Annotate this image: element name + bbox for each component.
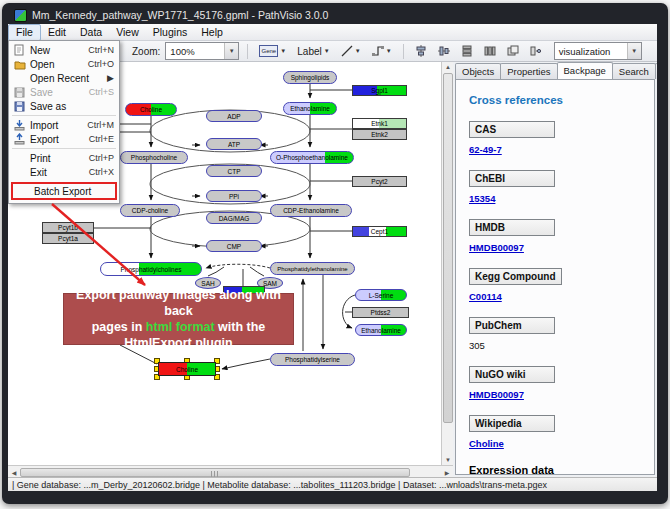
scale-object-icon — [530, 45, 542, 57]
node-atp[interactable]: ATP — [206, 138, 262, 150]
cross-references-heading: Cross references — [469, 94, 654, 106]
menu-item-import[interactable]: Import Ctrl+M — [9, 118, 119, 132]
xref-link[interactable]: Choline — [469, 438, 654, 449]
node-dag-mag[interactable]: DAG/MAG — [206, 212, 262, 224]
xref-source-header: ChEBI — [469, 170, 555, 187]
chevron-down-icon[interactable]: ▼ — [627, 43, 641, 59]
node-ppi[interactable]: PPi — [206, 190, 262, 202]
node-sphingolipids[interactable]: Sphingolipids — [283, 71, 337, 84]
xref-link[interactable]: C00114 — [469, 291, 654, 302]
toolbar-separator — [247, 44, 248, 59]
horizontal-scrollbar-thumb[interactable] — [20, 468, 410, 477]
xref-value: 305 — [469, 340, 654, 351]
menu-view[interactable]: View — [109, 25, 146, 40]
xref-link[interactable]: HMDB00097 — [469, 242, 654, 253]
menu-item-open[interactable]: Open Ctrl+O — [9, 57, 119, 71]
node-phosphocholine[interactable]: Phosphocholine — [120, 151, 188, 164]
node-cept1[interactable]: Cept1 — [352, 226, 407, 237]
export-icon — [12, 133, 27, 145]
annotation-line-3: HtmlExport plugin — [64, 335, 293, 351]
chevron-down-icon[interactable]: ▼ — [224, 43, 238, 59]
tab-objects[interactable]: Objects — [455, 63, 501, 79]
node-o-phosphoethanolamine[interactable]: O-Phosphoethanolamine — [270, 151, 354, 164]
xref-link[interactable]: HMDB00097 — [469, 389, 654, 400]
sidebar: Objects Properties Backpage Search Legen… — [453, 62, 657, 477]
menu-item-batch-export[interactable]: Batch Export — [13, 184, 115, 198]
backpage-panel: Cross references CAS 62-49-7 ChEBI 15354… — [455, 79, 655, 475]
align-center-y-button[interactable] — [435, 43, 453, 60]
visualization-combobox[interactable]: visualization ▼ — [554, 42, 642, 60]
title-bar[interactable]: Mm_Kennedy_pathway_WP1771_45176.gpml - P… — [8, 6, 662, 24]
align-center-x-button[interactable] — [412, 43, 430, 60]
tab-backpage[interactable]: Backpage — [557, 62, 613, 79]
tab-search[interactable]: Search — [612, 63, 656, 79]
file-menu: New Ctrl+N Open Ctrl+O Open Recent ▶ Sav… — [8, 40, 120, 204]
node-ptdss2[interactable]: Ptdss2 — [352, 307, 409, 318]
stack-horizontal-button[interactable] — [481, 43, 499, 60]
menu-item-print[interactable]: Print Ctrl+P — [9, 151, 119, 165]
node-etnk2[interactable]: Etnk2 — [352, 129, 407, 140]
line-tool-button[interactable]: ▼ — [338, 43, 364, 60]
zoom-label: Zoom: — [132, 46, 160, 57]
xref-section-hmdb: HMDB HMDB00097 — [469, 217, 654, 253]
menu-item-new[interactable]: New Ctrl+N — [9, 43, 119, 57]
client-area: File Edit Data View Plugins Help Zoom: 1… — [8, 24, 657, 491]
vertical-scrollbar[interactable]: ▲ ▼ — [441, 62, 453, 465]
menu-plugins[interactable]: Plugins — [146, 25, 194, 40]
menu-help[interactable]: Help — [194, 25, 230, 40]
annotation-text: pages in — [92, 320, 146, 334]
node-l-serine[interactable]: L-Serine — [355, 289, 407, 301]
xref-link[interactable]: 15354 — [469, 193, 654, 204]
selected-node-group[interactable]: Choline — [154, 358, 224, 380]
node-ctp[interactable]: CTP — [206, 165, 262, 177]
tab-properties[interactable]: Properties — [500, 63, 557, 79]
app-window: Mm_Kennedy_pathway_WP1771_45176.gpml - P… — [2, 3, 668, 504]
vertical-scrollbar-thumb[interactable] — [443, 73, 453, 423]
expression-data-heading: Expression data — [469, 464, 654, 475]
xref-link[interactable]: 62-49-7 — [469, 144, 654, 155]
gene-datanode-button[interactable]: Gene ▼ — [256, 43, 289, 60]
menu-edit[interactable]: Edit — [41, 25, 73, 40]
label-tool-button[interactable]: Label ▼ — [294, 43, 332, 60]
node-choline[interactable]: Choline — [125, 103, 177, 116]
menu-item-open-recent[interactable]: Open Recent ▶ — [9, 71, 119, 85]
node-sgpl1[interactable]: Sgpl1 — [352, 85, 407, 96]
node-cmp[interactable]: CMP — [206, 240, 262, 252]
new-document-icon — [12, 44, 27, 56]
scroll-left-icon[interactable]: ◀ — [8, 467, 20, 477]
xref-section-chebi: ChEBI 15354 — [469, 168, 654, 204]
stack-vertical-button[interactable] — [458, 43, 476, 60]
node-etnk1[interactable]: Etnk1 — [352, 118, 407, 129]
node-phosphatidylserine[interactable]: Phosphatidylserine — [270, 353, 355, 366]
menu-separator — [12, 148, 116, 149]
batch-export-highlight-box: Batch Export — [11, 182, 117, 200]
node-phosphatidylethanolamine[interactable]: Phosphatidylethanolamine — [270, 262, 355, 275]
node-cdp-ethanolamine[interactable]: CDP-Ethanolamine — [270, 204, 352, 217]
connector-tool-button[interactable]: ▼ — [369, 43, 395, 60]
toolbar-separator — [403, 44, 404, 59]
scroll-right-icon[interactable]: ▶ — [441, 467, 453, 477]
node-adp[interactable]: ADP — [206, 110, 262, 122]
node-ethanolamine-2[interactable]: Ethanolamine — [355, 324, 407, 336]
menu-item-exit[interactable]: Exit Ctrl+X — [9, 165, 119, 179]
node-cdp-choline[interactable]: CDP-choline — [120, 204, 180, 217]
node-ethanolamine[interactable]: Ethanolamine — [283, 102, 337, 115]
menu-data[interactable]: Data — [73, 25, 109, 40]
scale-object-button[interactable] — [527, 43, 545, 60]
horizontal-scrollbar[interactable]: ◀ ▶ — [8, 465, 453, 477]
xref-section-pubchem: PubChem 305 — [469, 315, 654, 351]
save-as-icon — [12, 101, 27, 112]
node-pcyt1a[interactable]: Pcyt1a — [42, 233, 94, 244]
node-pcyt1b[interactable]: Pcyt1b — [42, 222, 94, 233]
menu-file[interactable]: File — [8, 24, 41, 41]
node-pcyt2[interactable]: Pcyt2 — [352, 176, 407, 187]
align-center-y-icon — [438, 45, 450, 57]
common-size-button[interactable] — [504, 43, 522, 60]
node-choline-selected[interactable]: Choline — [158, 362, 216, 376]
import-icon — [12, 119, 27, 131]
zoom-combobox[interactable]: 100% ▼ — [165, 42, 239, 60]
menu-item-save-as[interactable]: Save as — [9, 99, 119, 113]
tab-legend[interactable]: Legend — [655, 63, 657, 79]
menu-item-export[interactable]: Export Ctrl+E — [9, 132, 119, 146]
node-phosphatidylcholines[interactable]: Phosphatidylcholines — [100, 262, 202, 276]
